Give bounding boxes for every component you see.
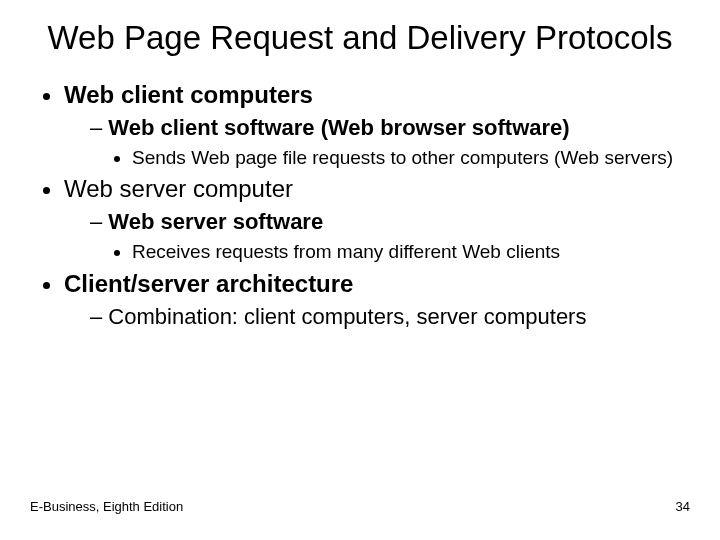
bullet-l1: Web server computer Web server software …	[64, 174, 690, 264]
bullet-text: Receives requests from many different We…	[132, 241, 560, 262]
bullet-l3: Sends Web page file requests to other co…	[132, 146, 690, 170]
bullet-text: Combination: client computers, server co…	[108, 304, 586, 329]
bullet-l2: Combination: client computers, server co…	[90, 303, 690, 331]
bullet-l1: Client/server architecture Combination: …	[64, 269, 690, 331]
bullet-l2: Web server software Receives requests fr…	[90, 208, 690, 264]
bullet-list-l3: Sends Web page file requests to other co…	[90, 146, 690, 170]
bullet-text: Web server software	[108, 209, 323, 234]
bullet-l2: Web client software (Web browser softwar…	[90, 114, 690, 170]
bullet-l1: Web client computers Web client software…	[64, 80, 690, 170]
bullet-text: Web server computer	[64, 175, 293, 202]
bullet-text: Web client software (Web browser softwar…	[108, 115, 569, 140]
bullet-l3: Receives requests from many different We…	[132, 240, 690, 264]
slide-footer: E-Business, Eighth Edition 34	[30, 499, 690, 514]
footer-left: E-Business, Eighth Edition	[30, 499, 183, 514]
bullet-text: Web client computers	[64, 81, 313, 108]
bullet-list-l2: Web client software (Web browser softwar…	[64, 114, 690, 170]
page-number: 34	[676, 499, 690, 514]
bullet-list-l2: Combination: client computers, server co…	[64, 303, 690, 331]
slide: Web Page Request and Delivery Protocols …	[0, 0, 720, 540]
bullet-list-l2: Web server software Receives requests fr…	[64, 208, 690, 264]
bullet-list: Web client computers Web client software…	[30, 80, 690, 331]
bullet-text: Client/server architecture	[64, 270, 353, 297]
slide-title: Web Page Request and Delivery Protocols	[30, 18, 690, 58]
bullet-list-l3: Receives requests from many different We…	[90, 240, 690, 264]
bullet-text: Sends Web page file requests to other co…	[132, 147, 673, 168]
